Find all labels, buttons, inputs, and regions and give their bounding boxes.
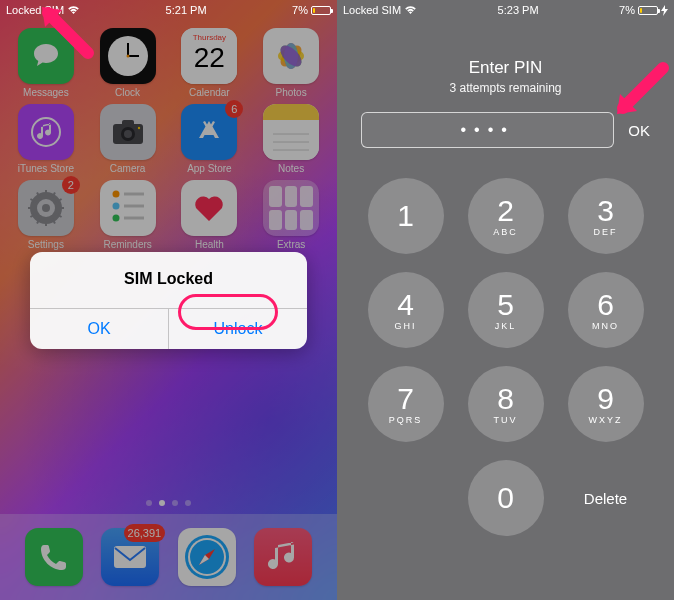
sim-locked-alert: SIM Locked OK Unlock <box>30 252 307 349</box>
key-letters: WXYZ <box>589 415 623 425</box>
key-number: 6 <box>597 290 614 320</box>
pin-field[interactable]: •••• <box>361 112 614 148</box>
keypad-1[interactable]: 1 <box>368 178 444 254</box>
keypad-4[interactable]: 4GHI <box>368 272 444 348</box>
keypad-6[interactable]: 6MNO <box>568 272 644 348</box>
key-number: 1 <box>397 201 414 231</box>
battery-pct: 7% <box>292 4 308 16</box>
alert-title: SIM Locked <box>30 252 307 308</box>
keypad-0[interactable]: 0 <box>468 460 544 536</box>
keypad-3[interactable]: 3DEF <box>568 178 644 254</box>
battery-pct: 7% <box>619 4 635 16</box>
keypad-7[interactable]: 7PQRS <box>368 366 444 442</box>
pin-header: Enter PIN 3 attempts remaining <box>337 58 674 95</box>
carrier-text: Locked SIM <box>6 4 64 16</box>
status-bar: Locked SIM 5:23 PM 7% <box>337 0 674 20</box>
keypad-5[interactable]: 5JKL <box>468 272 544 348</box>
key-number: 9 <box>597 384 614 414</box>
key-number: 7 <box>397 384 414 414</box>
battery-icon <box>311 6 331 15</box>
pin-ok-button[interactable]: OK <box>628 122 650 139</box>
keypad-spacer <box>368 460 444 536</box>
phone-pin-screen: Locked SIM 5:23 PM 7% Enter PIN 3 attemp… <box>337 0 674 600</box>
pin-title: Enter PIN <box>337 58 674 78</box>
keypad: 12ABC3DEF4GHI5JKL6MNO7PQRS8TUV9WXYZ0Dele… <box>337 172 674 600</box>
status-time: 5:23 PM <box>498 4 539 16</box>
wifi-icon <box>67 5 80 15</box>
key-letters: MNO <box>592 321 619 331</box>
phone-home-screen: Locked SIM 5:21 PM 7% MessagesClockThurs… <box>0 0 337 600</box>
battery-icon <box>638 6 658 15</box>
key-number: 8 <box>497 384 514 414</box>
key-letters: GHI <box>394 321 416 331</box>
key-number: 2 <box>497 196 514 226</box>
key-letters: TUV <box>494 415 518 425</box>
keypad-9[interactable]: 9WXYZ <box>568 366 644 442</box>
keypad-2[interactable]: 2ABC <box>468 178 544 254</box>
key-letters: JKL <box>495 321 517 331</box>
key-letters: PQRS <box>389 415 423 425</box>
key-letters: DEF <box>594 227 618 237</box>
wifi-icon <box>404 5 417 15</box>
charging-icon <box>661 5 668 16</box>
pin-attempts: 3 attempts remaining <box>337 81 674 95</box>
key-number: 4 <box>397 290 414 320</box>
key-number: 5 <box>497 290 514 320</box>
pin-input-row: •••• OK <box>361 112 650 148</box>
status-time: 5:21 PM <box>166 4 207 16</box>
carrier-text: Locked SIM <box>343 4 401 16</box>
alert-ok-button[interactable]: OK <box>30 309 168 349</box>
keypad-8[interactable]: 8TUV <box>468 366 544 442</box>
status-bar: Locked SIM 5:21 PM 7% <box>0 0 337 20</box>
alert-unlock-button[interactable]: Unlock <box>168 309 307 349</box>
keypad-delete[interactable]: Delete <box>568 460 644 536</box>
key-letters: ABC <box>493 227 518 237</box>
key-number: 0 <box>497 483 514 513</box>
key-number: 3 <box>597 196 614 226</box>
